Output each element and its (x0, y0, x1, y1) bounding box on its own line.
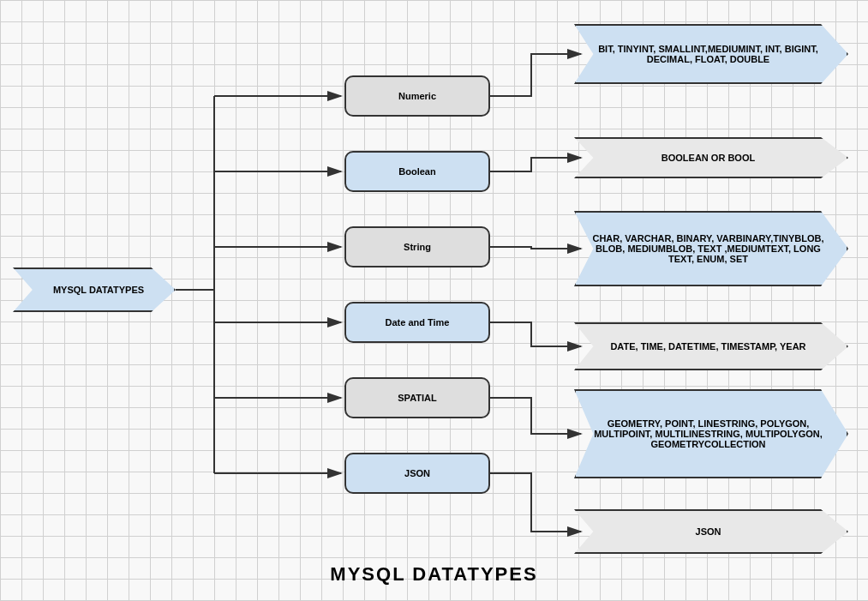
detail-text: DATE, TIME, DATETIME, TIMESTAMP, YEAR (610, 341, 805, 352)
detail-text: BIT, TINYINT, SMALLINT,MEDIUMINT, INT, B… (591, 44, 825, 64)
detail-text: JSON (696, 526, 721, 537)
detail-box-5: JSON (574, 509, 848, 554)
category-label: String (404, 242, 431, 252)
category-label: Boolean (398, 166, 435, 177)
category-label: Date and Time (386, 317, 450, 328)
diagram-title: MYSQL DATATYPES (0, 563, 868, 586)
category-box-5: JSON (344, 453, 490, 494)
detail-text: CHAR, VARCHAR, BINARY, VARBINARY,TINYBLO… (591, 233, 825, 264)
detail-text: GEOMETRY, POINT, LINESTRING, POLYGON, MU… (591, 418, 825, 449)
category-label: JSON (404, 468, 430, 478)
category-box-0: Numeric (344, 75, 490, 117)
root-node: MYSQL DATATYPES (13, 267, 176, 312)
detail-box-4: GEOMETRY, POINT, LINESTRING, POLYGON, MU… (574, 389, 848, 478)
category-label: SPATIAL (398, 393, 436, 403)
detail-box-3: DATE, TIME, DATETIME, TIMESTAMP, YEAR (574, 322, 848, 370)
category-label: Numeric (398, 91, 436, 101)
category-box-4: SPATIAL (344, 377, 490, 418)
root-label: MYSQL DATATYPES (53, 285, 144, 295)
detail-text: BOOLEAN OR BOOL (661, 153, 755, 163)
category-box-3: Date and Time (344, 302, 490, 343)
category-box-2: String (344, 226, 490, 267)
category-box-1: Boolean (344, 151, 490, 192)
detail-box-1: BOOLEAN OR BOOL (574, 137, 848, 178)
detail-box-0: BIT, TINYINT, SMALLINT,MEDIUMINT, INT, B… (574, 24, 848, 84)
detail-box-2: CHAR, VARCHAR, BINARY, VARBINARY,TINYBLO… (574, 211, 848, 286)
